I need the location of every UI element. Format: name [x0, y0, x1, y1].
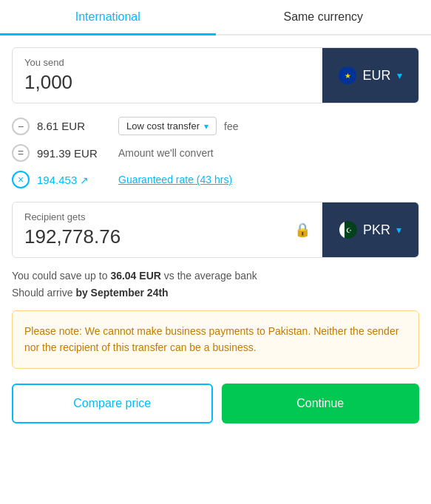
recipient-currency-selector[interactable]: ☪ PKR ▾ — [322, 202, 418, 257]
recipient-input-area: Recipient gets 192,778.76 🔒 — [13, 202, 322, 257]
equals-icon: = — [12, 144, 30, 162]
recipient-box: Recipient gets 192,778.76 🔒 ☪ PKR ▾ — [12, 202, 419, 258]
tab-same-currency[interactable]: Same currency — [216, 0, 432, 34]
send-input-area: You send 1,000 — [13, 48, 322, 103]
action-buttons: Compare price Continue — [12, 384, 419, 423]
svg-rect-1 — [339, 221, 345, 239]
warning-box: Please note: We cannot make business pay… — [12, 310, 419, 369]
rate-row: × 194.453 ↗ Guaranteed rate (43 hrs) — [12, 166, 419, 193]
trend-up-icon: ↗ — [80, 174, 89, 186]
recipient-label: Recipient gets — [24, 211, 287, 222]
fee-row: − 8.61 EUR Low cost transfer ▾ fee — [12, 112, 419, 140]
transfer-type-chevron-icon: ▾ — [204, 121, 208, 132]
compare-price-button[interactable]: Compare price — [12, 384, 213, 423]
fee-suffix: fee — [224, 120, 238, 132]
send-label: You send — [24, 57, 310, 68]
tabs-container: International Same currency — [0, 0, 431, 35]
recipient-text: Recipient gets 192,778.76 — [24, 211, 287, 248]
recipient-amount[interactable]: 192,778.76 — [24, 225, 287, 248]
guaranteed-rate-label[interactable]: Guaranteed rate (43 hrs) — [118, 174, 232, 185]
continue-button[interactable]: Continue — [222, 384, 420, 423]
transfer-type-selector[interactable]: Low cost transfer ▾ — [118, 117, 217, 135]
pkr-flag-icon: ☪ — [339, 221, 357, 239]
recipient-currency-code: PKR — [363, 222, 390, 238]
main-content: You send 1,000 ★ EUR ▾ − 8.61 EUR Low co… — [0, 35, 431, 435]
send-box: You send 1,000 ★ EUR ▾ — [12, 47, 419, 103]
send-currency-code: EUR — [362, 68, 390, 84]
info-rows: − 8.61 EUR Low cost transfer ▾ fee = 991… — [12, 112, 419, 193]
savings-text: You could save up to 36.04 EUR vs the av… — [12, 268, 419, 284]
rate-amount: 194.453 ↗ — [37, 174, 111, 186]
eur-flag-icon: ★ — [339, 67, 356, 84]
convert-row: = 991.39 EUR Amount we'll convert — [12, 140, 419, 166]
tab-international[interactable]: International — [0, 0, 216, 34]
multiply-icon: × — [12, 171, 30, 188]
send-amount[interactable]: 1,000 — [24, 71, 310, 94]
recipient-currency-chevron-icon: ▾ — [396, 224, 401, 236]
fee-amount: 8.61 EUR — [37, 120, 111, 132]
lock-icon: 🔒 — [294, 222, 310, 238]
send-currency-chevron-icon: ▾ — [397, 69, 402, 81]
svg-text:☪: ☪ — [346, 227, 352, 234]
warning-text: Please note: We cannot make business pay… — [24, 323, 407, 356]
convert-amount: 991.39 EUR — [37, 147, 111, 160]
convert-label: Amount we'll convert — [118, 147, 214, 159]
arrive-text: Should arrive by September 24th — [12, 287, 419, 299]
send-currency-selector[interactable]: ★ EUR ▾ — [322, 48, 418, 103]
minus-icon: − — [12, 118, 30, 135]
